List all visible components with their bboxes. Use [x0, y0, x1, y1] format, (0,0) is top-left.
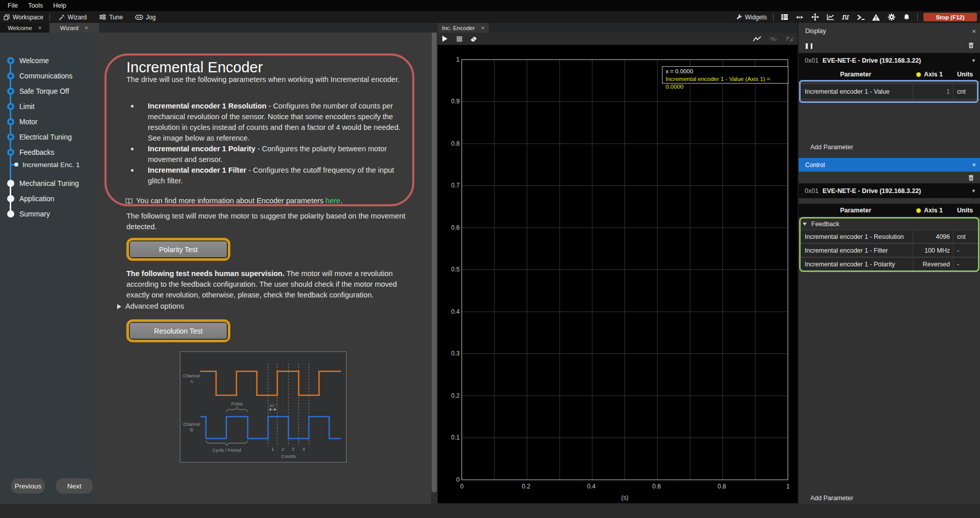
- stop-capture-button[interactable]: [452, 33, 466, 45]
- close-icon[interactable]: ×: [972, 28, 976, 35]
- display-table-header: Parameter Axis 1 Units: [799, 68, 980, 81]
- settings-button[interactable]: [884, 11, 899, 23]
- close-icon[interactable]: ×: [85, 25, 88, 31]
- bullet-text: movement and sensor.: [148, 154, 401, 165]
- step-dot-motor: [7, 118, 14, 125]
- annotation-blue-box: [799, 80, 978, 103]
- chevron-down-icon[interactable]: ▼: [971, 188, 976, 194]
- table-view-button[interactable]: [777, 11, 792, 23]
- toolbar-separator: [773, 13, 774, 21]
- close-icon[interactable]: ×: [481, 25, 485, 31]
- display-add-parameter[interactable]: Add Parameter: [810, 144, 853, 151]
- bullet-bold-text: Incremental encoder 1 Resolution: [148, 102, 267, 110]
- close-icon[interactable]: ×: [972, 161, 976, 169]
- control-device-selector[interactable]: 0x01 EVE-NET-E - Drive (192.168.3.22) ▼: [799, 183, 980, 198]
- menu-help[interactable]: Help: [48, 2, 71, 9]
- sidebar-step-summary[interactable]: Summary: [19, 210, 50, 218]
- resolution-test-button[interactable]: Resolution Test: [130, 323, 227, 339]
- tab-wizard[interactable]: Wizard ×: [49, 23, 99, 33]
- axis-color-dot: [916, 208, 921, 213]
- column-units: Units: [957, 207, 973, 214]
- step-dot-communications: [7, 72, 14, 79]
- gear-icon: [888, 13, 895, 21]
- scrollbar-thumb[interactable]: [432, 33, 437, 493]
- play-icon: [442, 36, 447, 42]
- motion-button[interactable]: [807, 11, 823, 23]
- wand-icon: [58, 14, 65, 21]
- column-parameter: Parameter: [799, 207, 913, 214]
- widgets-button[interactable]: Widgets: [733, 11, 770, 23]
- y-tick: 0.1: [451, 434, 460, 441]
- wizard-scrollbar[interactable]: [431, 33, 437, 503]
- bullet-text: - Configures the cutoff frequency of the…: [246, 166, 394, 174]
- display-title: Display: [805, 28, 826, 35]
- control-add-parameter[interactable]: Add Parameter: [810, 495, 853, 502]
- clear-button[interactable]: [466, 33, 481, 45]
- split-trace-button[interactable]: [781, 36, 798, 42]
- sidebar-step-limit[interactable]: Limit: [19, 102, 35, 111]
- alerts-button[interactable]: [868, 11, 884, 23]
- bullet-text: - Configures the polarity between motor: [255, 145, 387, 153]
- display-device-selector[interactable]: 0x01 EVE-NET-E - Drive (192.168.3.22) ▼: [799, 53, 980, 68]
- multi-trace-button[interactable]: [765, 36, 781, 42]
- tab-welcome[interactable]: Welcome ×: [0, 23, 49, 33]
- sidebar-step-application[interactable]: Application: [19, 195, 55, 203]
- tooltip-series-value: Incremental encoder 1 - Value (Axis 1) =…: [666, 75, 785, 91]
- sidebar-step-incremental-enc-1[interactable]: Incremental Enc. 1: [22, 161, 80, 169]
- control-header[interactable]: Control ×: [799, 158, 980, 172]
- previous-button[interactable]: Previous: [11, 478, 45, 494]
- console-button[interactable]: [853, 11, 868, 23]
- sidebar-step-feedbacks[interactable]: Feedbacks: [19, 148, 54, 156]
- stop-button[interactable]: Stop (F12): [923, 13, 977, 21]
- sidebar-step-motor[interactable]: Motor: [19, 118, 38, 126]
- channel-a-label2: A: [190, 379, 193, 384]
- pause-icon[interactable]: [806, 43, 812, 49]
- menu-file[interactable]: File: [3, 2, 23, 9]
- scope-button[interactable]: [823, 11, 838, 23]
- trash-icon[interactable]: [968, 175, 974, 182]
- workspace-button[interactable]: Workspace: [0, 11, 46, 23]
- polarity-test-button[interactable]: Polarity Test: [130, 241, 227, 257]
- channel-a-label: Channel: [183, 373, 200, 378]
- jog-button[interactable]: Jog: [132, 11, 158, 23]
- bullet-text: resolution in cycles instead of counts a…: [148, 122, 401, 133]
- close-icon[interactable]: ×: [38, 25, 42, 31]
- tab-inc-encoder[interactable]: Inc. Encoder ×: [438, 23, 489, 33]
- advanced-options-toggle[interactable]: Advanced options: [117, 301, 184, 312]
- y-tick: 0.8: [451, 140, 460, 147]
- chart-line-icon: [827, 14, 834, 20]
- y-tick: 0.7: [451, 182, 460, 189]
- count-number: 3: [292, 447, 294, 452]
- play-button[interactable]: [438, 33, 452, 45]
- x-tick: 0: [460, 483, 464, 490]
- scope-grid: [438, 45, 798, 503]
- notifications-button[interactable]: [899, 11, 914, 23]
- menu-tools[interactable]: Tools: [23, 2, 48, 9]
- trash-icon[interactable]: [968, 42, 974, 50]
- sidebar-step-safe-torque-off[interactable]: Safe Torque Off: [19, 87, 69, 95]
- device-name: EVE-NET-E - Drive (192.168.3.22): [823, 187, 921, 195]
- sidebar-step-mechanical-tuning[interactable]: Mechanical Tuning: [19, 179, 79, 187]
- y-tick: 0: [456, 476, 460, 483]
- scope-chart[interactable]: 1 0.9 0.8 0.7 0.6 0.5 0.4 0.3 0.2 0.1 0 …: [438, 45, 798, 503]
- bullet-text: glitch filter.: [148, 176, 401, 186]
- device-id: 0x01: [805, 187, 818, 195]
- single-trace-button[interactable]: [749, 36, 765, 42]
- watch-view-button[interactable]: [792, 11, 807, 23]
- sidebar-step-electrical-tuning[interactable]: Electrical Tuning: [19, 133, 72, 141]
- toolbar-separator: [917, 13, 918, 21]
- bullet-icon: [131, 148, 134, 150]
- chevron-down-icon[interactable]: ▼: [971, 58, 976, 63]
- tune-button[interactable]: Tune: [96, 11, 126, 23]
- wizard-steps-sidebar: Welcome Communications Safe Torque Off L…: [0, 33, 94, 504]
- here-link[interactable]: here: [326, 197, 340, 205]
- y-tick: 0.6: [451, 224, 460, 231]
- wizard-button[interactable]: Wizard: [55, 11, 90, 23]
- signals-button[interactable]: [838, 11, 853, 23]
- sidebar-step-communications[interactable]: Communications: [19, 72, 72, 80]
- annotation-orange-box-resolution: Resolution Test: [126, 319, 230, 342]
- sidebar-step-welcome[interactable]: Welcome: [19, 57, 49, 65]
- channel-b-waveform: [200, 417, 341, 439]
- y-tick: 0.3: [451, 350, 460, 357]
- next-button[interactable]: Next: [56, 478, 93, 494]
